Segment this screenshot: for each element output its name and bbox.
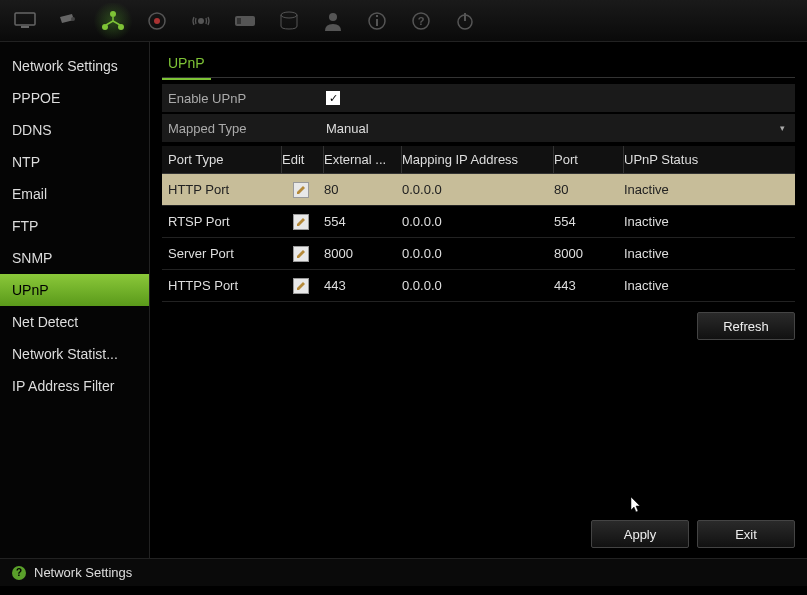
sidebar-item-label: FTP	[12, 218, 38, 234]
help-icon[interactable]: ?	[400, 3, 442, 39]
cell-status: Inactive	[624, 214, 795, 229]
sidebar-item-ddns[interactable]: DDNS	[0, 114, 149, 146]
svg-rect-0	[15, 13, 35, 25]
sidebar-item-label: PPPOE	[12, 90, 60, 106]
sidebar-item-ntp[interactable]: NTP	[0, 146, 149, 178]
network-icon[interactable]	[92, 3, 134, 39]
mapped-type-select[interactable]: Manual ▾	[322, 121, 795, 136]
cell-external: 80	[324, 182, 402, 197]
sidebar-item-label: Net Detect	[12, 314, 78, 330]
cell-mapping: 0.0.0.0	[402, 278, 554, 293]
cursor-icon	[630, 496, 644, 518]
edit-icon[interactable]	[293, 278, 309, 294]
sidebar-item-label: DDNS	[12, 122, 52, 138]
sidebar-item-ip-address-filter[interactable]: IP Address Filter	[0, 370, 149, 402]
col-status[interactable]: UPnP Status	[624, 146, 795, 173]
camera-icon[interactable]	[48, 3, 90, 39]
cell-status: Inactive	[624, 182, 795, 197]
svg-text:?: ?	[418, 15, 425, 27]
svg-rect-10	[237, 18, 241, 24]
info-icon[interactable]	[356, 3, 398, 39]
sidebar-item-net-detect[interactable]: Net Detect	[0, 306, 149, 338]
table-row[interactable]: HTTPS Port 443 0.0.0.0 443 Inactive	[162, 270, 795, 302]
sidebar: Network Settings PPPOE DDNS NTP Email FT…	[0, 42, 150, 558]
cell-port: 443	[554, 278, 624, 293]
table-row[interactable]: HTTP Port 80 0.0.0.0 80 Inactive	[162, 174, 795, 206]
svg-point-11	[281, 12, 297, 18]
edit-icon[interactable]	[293, 246, 309, 262]
cell-mapping: 0.0.0.0	[402, 182, 554, 197]
hdd-icon[interactable]	[268, 3, 310, 39]
status-bar: ? Network Settings	[0, 558, 807, 586]
table-row[interactable]: Server Port 8000 0.0.0.0 8000 Inactive	[162, 238, 795, 270]
sidebar-item-label: IP Address Filter	[12, 378, 114, 394]
svg-point-7	[154, 18, 160, 24]
table-row[interactable]: RTSP Port 554 0.0.0.0 554 Inactive	[162, 206, 795, 238]
refresh-row: Refresh	[162, 312, 795, 340]
sidebar-item-label: Network Settings	[12, 58, 118, 74]
cell-port: 554	[554, 214, 624, 229]
user-icon[interactable]	[312, 3, 354, 39]
cell-mapping: 0.0.0.0	[402, 214, 554, 229]
enable-upnp-checkbox[interactable]: ✓	[326, 91, 340, 105]
cell-status: Inactive	[624, 246, 795, 261]
tab-upnp[interactable]: UPnP	[162, 50, 211, 80]
content-panel: UPnP Enable UPnP ✓ Mapped Type Manual ▾ …	[150, 42, 807, 558]
help-circle-icon[interactable]: ?	[12, 566, 26, 580]
svg-point-8	[198, 18, 204, 24]
cell-port-type: RTSP Port	[162, 214, 282, 229]
tab-strip: UPnP	[162, 50, 795, 78]
sidebar-item-label: SNMP	[12, 250, 52, 266]
cell-mapping: 0.0.0.0	[402, 246, 554, 261]
cell-port: 8000	[554, 246, 624, 261]
svg-rect-15	[376, 15, 378, 17]
cell-external: 8000	[324, 246, 402, 261]
row-mapped-type: Mapped Type Manual ▾	[162, 114, 795, 142]
exit-button[interactable]: Exit	[697, 520, 795, 548]
cell-external: 554	[324, 214, 402, 229]
cell-port-type: Server Port	[162, 246, 282, 261]
col-mapping[interactable]: Mapping IP Address	[402, 146, 554, 173]
apply-button[interactable]: Apply	[591, 520, 689, 548]
sidebar-item-upnp[interactable]: UPnP	[0, 274, 149, 306]
col-edit[interactable]: Edit	[282, 146, 324, 173]
edit-icon[interactable]	[293, 214, 309, 230]
sidebar-item-ftp[interactable]: FTP	[0, 210, 149, 242]
col-external[interactable]: External ...	[324, 146, 402, 173]
col-port-type[interactable]: Port Type	[162, 146, 282, 173]
sidebar-item-pppoe[interactable]: PPPOE	[0, 82, 149, 114]
sidebar-item-network-settings[interactable]: Network Settings	[0, 50, 149, 82]
cell-port-type: HTTP Port	[162, 182, 282, 197]
svg-point-2	[71, 17, 75, 21]
enable-upnp-label: Enable UPnP	[162, 91, 322, 106]
monitor-icon[interactable]	[4, 3, 46, 39]
sidebar-item-label: UPnP	[12, 282, 49, 298]
cell-status: Inactive	[624, 278, 795, 293]
sidebar-item-label: NTP	[12, 154, 40, 170]
cell-port: 80	[554, 182, 624, 197]
footer-buttons: Apply Exit	[583, 520, 795, 548]
svg-point-3	[110, 11, 116, 17]
status-title: Network Settings	[34, 565, 132, 580]
svg-rect-1	[21, 26, 29, 28]
mapped-type-label: Mapped Type	[162, 121, 322, 136]
main-area: Network Settings PPPOE DDNS NTP Email FT…	[0, 42, 807, 558]
sidebar-item-network-statistics[interactable]: Network Statist...	[0, 338, 149, 370]
svg-point-12	[329, 13, 337, 21]
sidebar-item-label: Network Statist...	[12, 346, 118, 362]
sidebar-item-snmp[interactable]: SNMP	[0, 242, 149, 274]
refresh-button[interactable]: Refresh	[697, 312, 795, 340]
cell-port-type: HTTPS Port	[162, 278, 282, 293]
svg-rect-14	[376, 19, 378, 26]
col-port[interactable]: Port	[554, 146, 624, 173]
svg-rect-19	[464, 13, 466, 21]
alarm-icon[interactable]	[180, 3, 222, 39]
vca-icon[interactable]	[224, 3, 266, 39]
record-icon[interactable]	[136, 3, 178, 39]
sidebar-item-email[interactable]: Email	[0, 178, 149, 210]
edit-icon[interactable]	[293, 182, 309, 198]
cell-external: 443	[324, 278, 402, 293]
top-toolbar: ?	[0, 0, 807, 42]
power-icon[interactable]	[444, 3, 486, 39]
sidebar-item-label: Email	[12, 186, 47, 202]
